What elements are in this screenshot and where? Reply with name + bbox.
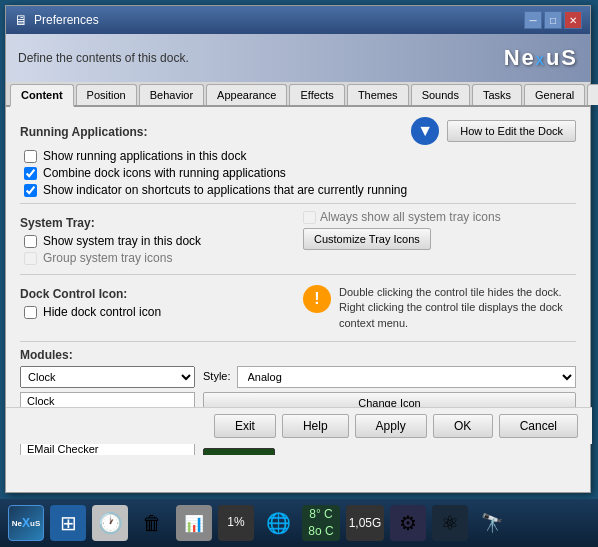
- warning-section: ! Double clicking the control tile hides…: [303, 281, 576, 335]
- always-show-row: Always show all system tray icons: [303, 210, 576, 224]
- divider-3: [20, 341, 576, 342]
- info-icon: ▼: [411, 117, 439, 145]
- titlebar: 🖥 Preferences ─ □ ✕: [6, 6, 590, 34]
- window-title: Preferences: [34, 13, 524, 27]
- group-tray-icons-checkbox[interactable]: [24, 252, 37, 265]
- modules-dropdown[interactable]: Clock: [20, 366, 195, 388]
- taskbar-gear-icon[interactable]: ⚙: [390, 505, 426, 541]
- show-system-tray-row: Show system tray in this dock: [20, 234, 293, 248]
- app-icon: 🖥: [14, 12, 28, 28]
- window-controls: ─ □ ✕: [524, 11, 582, 29]
- tab-effects[interactable]: Effects: [289, 84, 344, 105]
- taskbar-globe-icon[interactable]: 🌐: [260, 505, 296, 541]
- hide-dock-control-checkbox[interactable]: [24, 306, 37, 319]
- system-tray-section: System Tray: Show system tray in this do…: [20, 210, 576, 268]
- taskbar-clock-icon[interactable]: 🕐: [92, 505, 128, 541]
- taskbar-telescope-icon[interactable]: 🔭: [474, 505, 510, 541]
- tab-bar: Content Position Behavior Appearance Eff…: [6, 82, 590, 107]
- dock-control-left: Dock Control Icon: Hide dock control ico…: [20, 281, 293, 335]
- nexus-logo: NeXuS: [504, 45, 578, 71]
- apply-button[interactable]: Apply: [355, 414, 427, 438]
- hide-dock-control-label: Hide dock control icon: [43, 305, 161, 319]
- warning-text: Double clicking the control tile hides t…: [339, 285, 576, 331]
- minimize-button[interactable]: ─: [524, 11, 542, 29]
- dock-control-label: Dock Control Icon:: [20, 287, 293, 301]
- divider-1: [20, 203, 576, 204]
- tab-general[interactable]: General: [524, 84, 585, 105]
- tab-behavior[interactable]: Behavior: [139, 84, 204, 105]
- tab-sounds[interactable]: Sounds: [411, 84, 470, 105]
- system-tray-right: Always show all system tray icons Custom…: [303, 210, 576, 268]
- show-running-apps-checkbox[interactable]: [24, 150, 37, 163]
- content-area: Running Applications: ▼ How to Edit the …: [6, 107, 590, 455]
- exit-button[interactable]: Exit: [214, 414, 276, 438]
- help-button[interactable]: Help: [282, 414, 349, 438]
- taskbar-nexus-icon[interactable]: NeXuS: [8, 505, 44, 541]
- running-apps-header: Running Applications: ▼ How to Edit the …: [20, 117, 576, 145]
- taskbar-start-icon[interactable]: ⊞: [50, 505, 86, 541]
- style-label: Style:: [203, 370, 231, 382]
- percent-value: 1%: [227, 516, 244, 529]
- memory-value: 1,05G: [349, 516, 382, 530]
- show-running-apps-label: Show running applications in this dock: [43, 149, 246, 163]
- tab-position[interactable]: Position: [76, 84, 137, 105]
- cancel-button[interactable]: Cancel: [499, 414, 578, 438]
- show-indicator-checkbox[interactable]: [24, 184, 37, 197]
- dock-control-right: ! Double clicking the control tile hides…: [303, 281, 576, 335]
- style-row: Style: Analog Digital: [203, 366, 576, 388]
- how-to-edit-button[interactable]: How to Edit the Dock: [447, 120, 576, 142]
- divider-2: [20, 274, 576, 275]
- tab-appearance[interactable]: Appearance: [206, 84, 287, 105]
- tab-themes[interactable]: Themes: [347, 84, 409, 105]
- always-show-label: Always show all system tray icons: [320, 210, 501, 224]
- system-tray-label: System Tray:: [20, 216, 293, 230]
- tab-advanced[interactable]: Advanced: [587, 84, 598, 105]
- taskbar-percent-display[interactable]: 1%: [218, 505, 254, 541]
- temp-value: 8° C8o C: [308, 506, 333, 540]
- show-running-apps-row: Show running applications in this dock: [20, 149, 576, 163]
- close-button[interactable]: ✕: [564, 11, 582, 29]
- show-system-tray-checkbox[interactable]: [24, 235, 37, 248]
- taskbar-trash-icon[interactable]: 🗑: [134, 505, 170, 541]
- digital-clock: 21:44: [203, 448, 275, 455]
- combine-dock-icons-checkbox[interactable]: [24, 167, 37, 180]
- bottom-buttons: Exit Help Apply OK Cancel: [6, 407, 592, 444]
- tab-content[interactable]: Content: [10, 84, 74, 107]
- header-area: Define the contents of this dock. NeXuS: [6, 34, 590, 82]
- maximize-button[interactable]: □: [544, 11, 562, 29]
- tab-tasks[interactable]: Tasks: [472, 84, 522, 105]
- taskbar-atom-icon[interactable]: ⚛: [432, 505, 468, 541]
- show-indicator-label: Show indicator on shortcuts to applicati…: [43, 183, 407, 197]
- customize-tray-button[interactable]: Customize Tray Icons: [303, 228, 431, 250]
- taskbar: NeXuS ⊞ 🕐 🗑 📊 1% 🌐 8° C8o C 1,05G ⚙ ⚛ 🔭: [0, 499, 598, 547]
- warning-icon: !: [303, 285, 331, 313]
- always-show-checkbox[interactable]: [303, 211, 316, 224]
- taskbar-chart-icon[interactable]: 📊: [176, 505, 212, 541]
- combine-dock-icons-label: Combine dock icons with running applicat…: [43, 166, 286, 180]
- taskbar-memory-display[interactable]: 1,05G: [346, 505, 384, 541]
- taskbar-temp-display[interactable]: 8° C8o C: [302, 505, 340, 541]
- combine-dock-icons-row: Combine dock icons with running applicat…: [20, 166, 576, 180]
- running-apps-label: Running Applications:: [20, 125, 148, 139]
- show-indicator-row: Show indicator on shortcuts to applicati…: [20, 183, 576, 197]
- system-tray-left: System Tray: Show system tray in this do…: [20, 210, 293, 268]
- group-tray-icons-label: Group system tray icons: [43, 251, 172, 265]
- ok-button[interactable]: OK: [433, 414, 493, 438]
- hide-dock-control-row: Hide dock control icon: [20, 305, 293, 319]
- show-system-tray-label: Show system tray in this dock: [43, 234, 201, 248]
- dock-control-section: Dock Control Icon: Hide dock control ico…: [20, 281, 576, 335]
- modules-label: Modules:: [20, 348, 576, 362]
- digital-calendar-group: 21:44 STU 9 PON: [203, 448, 275, 455]
- preferences-window: 🖥 Preferences ─ □ ✕ Define the contents …: [5, 5, 591, 493]
- style-dropdown[interactable]: Analog Digital: [237, 366, 576, 388]
- group-tray-icons-row: Group system tray icons: [20, 251, 293, 265]
- clock-preview: 21:44 STU 9 PON: [203, 448, 576, 455]
- header-description: Define the contents of this dock.: [18, 51, 189, 65]
